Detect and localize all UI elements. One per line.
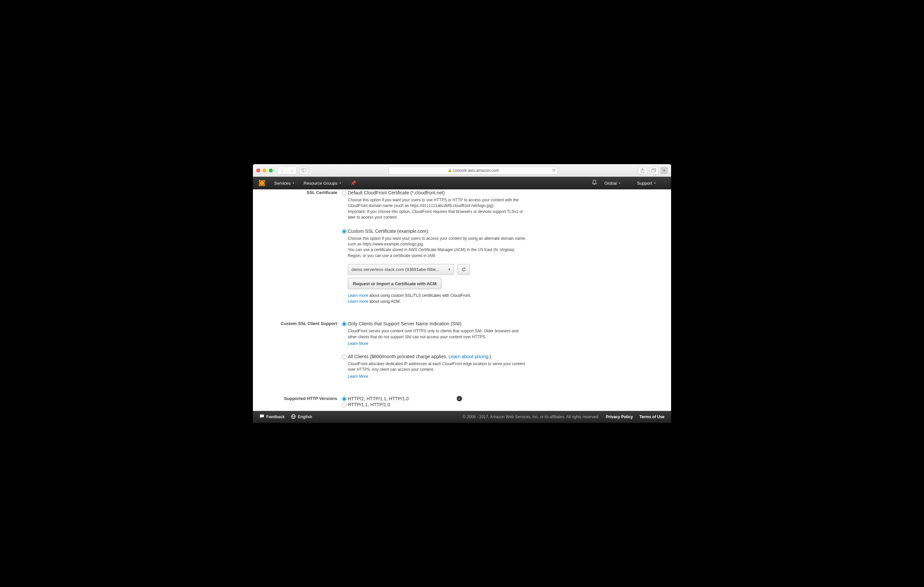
traffic-lights	[256, 168, 273, 173]
radio-icon	[342, 355, 346, 359]
learn-more-acm-suffix: about using ACM.	[368, 299, 401, 304]
caret-down-icon: ▾	[340, 181, 341, 185]
radio-sni-only-label: Only Clients that Support Server Name In…	[348, 321, 461, 326]
refresh-icon	[461, 267, 466, 272]
pin-icon[interactable]: 📌	[350, 181, 356, 186]
svg-rect-0	[302, 169, 306, 172]
learn-more-acm-link[interactable]: Learn more	[348, 299, 368, 304]
privacy-policy-link[interactable]: Privacy Policy	[606, 414, 633, 419]
radio-icon	[342, 229, 346, 234]
all-clients-learn-more-link[interactable]: Learn More	[348, 374, 368, 379]
caret-down-icon: ▾	[654, 181, 656, 185]
sni-desc: CloudFront serves your content over HTTP…	[342, 326, 528, 340]
region-menu[interactable]: Global ▾	[604, 181, 620, 186]
services-label: Services	[274, 181, 291, 186]
radio-icon	[342, 322, 346, 326]
http-versions-label: Supported HTTP Versions	[259, 396, 342, 407]
refresh-certificates-button[interactable]	[457, 264, 470, 275]
custom-cert-desc: Choose this option if you want your user…	[342, 234, 528, 260]
forward-button[interactable]: ›	[287, 167, 296, 174]
radio-default-cert[interactable]: Default CloudFront Certificate (*.cloudf…	[342, 190, 528, 195]
form-content[interactable]: SSL Certificate Default CloudFront Certi…	[253, 189, 671, 411]
close-window-button[interactable]	[256, 168, 260, 173]
feedback-label: Feedback	[266, 414, 284, 419]
tabs-button[interactable]	[649, 167, 658, 174]
radio-default-cert-label: Default CloudFront Certificate (*.cloudf…	[348, 190, 445, 195]
certificate-select-value: demo.serverless-stack.com (93691abe-f8be…	[351, 267, 439, 272]
ssl-certificate-label: SSL Certificate	[259, 190, 342, 304]
caret-down-icon: ▾	[293, 181, 294, 185]
address-text: console.aws.amazon.com	[453, 168, 499, 173]
acm-button-label: Request or Import a Certificate with ACM	[353, 281, 436, 286]
radio-http11-label: HTTP/1.1, HTTP/1.0	[348, 402, 390, 407]
browser-toolbar: ‹ › 🔒 console.aws.amazon.com ⟳ +	[253, 164, 671, 177]
aws-navbar: Services ▾ Resource Groups ▾ 📌 Global ▾ …	[253, 177, 671, 189]
lock-icon: 🔒	[448, 168, 452, 172]
language-button[interactable]: English	[291, 414, 312, 420]
radio-sni-only[interactable]: Only Clients that Support Server Name In…	[342, 321, 528, 326]
maximize-window-button[interactable]	[269, 168, 273, 173]
globe-icon	[291, 414, 296, 420]
resource-groups-menu[interactable]: Resource Groups ▾	[304, 181, 341, 186]
aws-logo-icon[interactable]	[259, 180, 265, 186]
radio-all-clients-prefix: All Clients ($600/month prorated charge …	[348, 354, 449, 359]
share-button[interactable]	[638, 167, 647, 174]
address-bar[interactable]: 🔒 console.aws.amazon.com ⟳	[389, 166, 558, 174]
support-label: Support	[637, 181, 652, 186]
learn-more-ssl-suffix: about using custom SSL/TLS certificates …	[368, 293, 471, 298]
certificate-select[interactable]: demo.serverless-stack.com (93691abe-f8be…	[348, 264, 454, 275]
back-button[interactable]: ‹	[278, 167, 287, 174]
sidebar-toggle-button[interactable]	[299, 167, 309, 174]
resource-groups-label: Resource Groups	[304, 181, 338, 186]
radio-http2-label: HTTP/2, HTTP/1.1, HTTP/1.0	[348, 396, 409, 401]
safari-window: ‹ › 🔒 console.aws.amazon.com ⟳ + Se	[253, 164, 671, 423]
chevron-down-icon: ▾	[449, 267, 450, 271]
request-acm-certificate-button[interactable]: Request or Import a Certificate with ACM	[348, 278, 441, 289]
services-menu[interactable]: Services ▾	[274, 181, 294, 186]
speech-bubble-icon	[259, 414, 264, 419]
default-cert-desc: Choose this option if you want your user…	[342, 195, 528, 221]
radio-icon	[342, 397, 346, 401]
learn-more-ssl-link[interactable]: Learn more	[348, 293, 368, 298]
radio-http2[interactable]: HTTP/2, HTTP/1.1, HTTP/1.0 i	[342, 396, 528, 401]
radio-http11[interactable]: HTTP/1.1, HTTP/1.0	[342, 402, 528, 407]
terms-of-use-link[interactable]: Terms of Use	[640, 414, 665, 419]
sni-learn-more-link[interactable]: Learn More	[348, 341, 368, 346]
nav-buttons: ‹ ›	[277, 166, 297, 174]
radio-custom-cert-label: Custom SSL Certificate (example.com):	[348, 229, 429, 234]
radio-icon	[342, 191, 346, 195]
copyright-text: © 2008 - 2017, Amazon Web Services, Inc.…	[463, 414, 599, 419]
radio-custom-cert[interactable]: Custom SSL Certificate (example.com):	[342, 229, 528, 234]
feedback-button[interactable]: Feedback	[259, 414, 284, 419]
svg-rect-5	[652, 169, 655, 172]
radio-all-clients[interactable]: All Clients ($600/month prorated charge …	[342, 354, 528, 359]
caret-down-icon: ▾	[619, 181, 620, 185]
new-tab-button[interactable]: +	[660, 167, 668, 174]
language-label: English	[298, 414, 312, 419]
minimize-window-button[interactable]	[262, 168, 267, 173]
aws-footer: Feedback English © 2008 - 2017, Amazon W…	[253, 411, 671, 423]
reload-icon[interactable]: ⟳	[552, 168, 556, 173]
learn-about-pricing-link[interactable]: Learn about pricing	[449, 354, 488, 359]
info-icon[interactable]: i	[457, 396, 462, 401]
support-menu[interactable]: Support ▾	[637, 181, 656, 186]
all-clients-desc: CloudFront allocates dedicated IP addres…	[342, 359, 528, 373]
radio-all-clients-suffix: .)	[488, 354, 491, 359]
radio-icon	[342, 403, 346, 407]
client-support-label: Custom SSL Client Support	[259, 321, 342, 380]
region-label: Global	[604, 181, 617, 186]
notifications-icon[interactable]	[592, 180, 597, 186]
